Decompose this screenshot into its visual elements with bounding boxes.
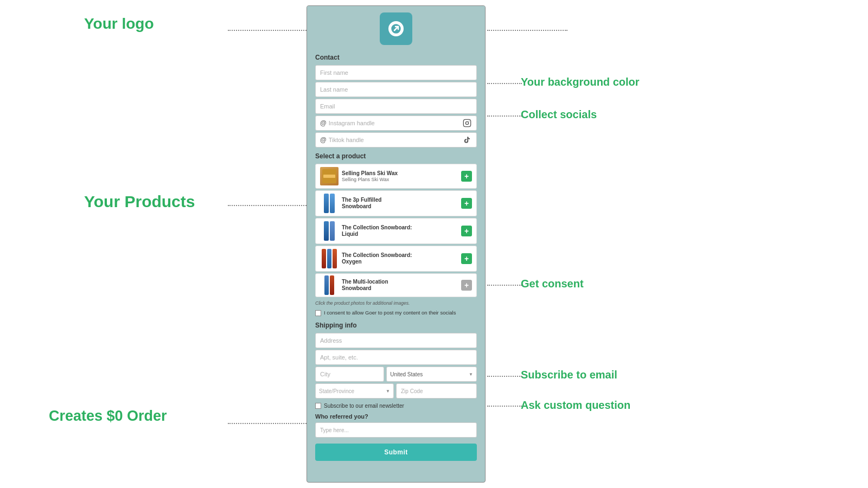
- collect-socials-label: Collect socials: [521, 108, 597, 121]
- product-plus-liquid-snowboard[interactable]: +: [461, 226, 472, 236]
- subscribe-text: Subscribe to our email newsletter: [324, 403, 404, 409]
- contact-section-label: Contact: [307, 50, 485, 63]
- country-arrow-icon: ▼: [469, 372, 473, 377]
- product-name-multi-snowboard-2: Snowboard: [342, 285, 388, 292]
- state-zip-row: State/Province ▼ Zip Code: [315, 383, 477, 399]
- svg-rect-6: [323, 175, 335, 178]
- logo-area: [307, 6, 485, 50]
- logo-icon: [388, 21, 404, 36]
- first-name-placeholder: First name: [320, 69, 348, 76]
- product-name-multi-snowboard: The Multi-location: [342, 279, 388, 285]
- last-name-field[interactable]: Last name: [315, 82, 477, 97]
- products-line-left: [228, 205, 308, 206]
- email-placeholder: Email: [320, 103, 335, 110]
- city-country-row: City United States ▼: [315, 367, 477, 382]
- zip-placeholder: Zip Code: [401, 388, 423, 394]
- city-placeholder: City: [320, 371, 330, 377]
- form-container: Contact First name Last name Email @ Ins…: [307, 5, 486, 483]
- state-select[interactable]: State/Province ▼: [315, 383, 394, 399]
- tiktok-field[interactable]: @ Tiktok handle: [315, 132, 477, 147]
- product-plus-oxygen-snowboard[interactable]: +: [461, 253, 472, 264]
- product-thumb-ski-wax: [320, 167, 339, 185]
- product-item-3p-snowboard[interactable]: The 3p Fulfilled Snowboard +: [315, 190, 477, 216]
- country-value: United States: [390, 371, 423, 377]
- creates-order-line-left: [228, 423, 308, 424]
- product-info-multi-snowboard: The Multi-location Snowboard: [342, 279, 388, 292]
- form-inner: Contact First name Last name Email @ Ins…: [307, 6, 485, 482]
- logo-line-right: [487, 30, 567, 31]
- product-thumb-liquid-snowboard: [320, 221, 339, 241]
- state-arrow-icon: ▼: [386, 389, 390, 394]
- bg-color-line: [487, 83, 522, 84]
- zip-field[interactable]: Zip Code: [396, 383, 477, 399]
- instagram-icon: [462, 118, 472, 128]
- shipping-label: Shipping info: [307, 318, 485, 331]
- product-plus-3p-snowboard[interactable]: +: [461, 198, 472, 209]
- product-left-multi-snowboard: The Multi-location Snowboard: [320, 275, 388, 295]
- at-sign-instagram: @: [320, 119, 327, 127]
- country-select[interactable]: United States ▼: [386, 367, 477, 382]
- your-products-label: Your Products: [84, 192, 195, 211]
- get-consent-line: [487, 285, 522, 286]
- first-name-field[interactable]: First name: [315, 65, 477, 80]
- product-name-3p-snowboard: The 3p Fulfilled: [342, 197, 381, 203]
- email-field[interactable]: Email: [315, 99, 477, 114]
- logo-box: [380, 12, 412, 45]
- product-info-liquid-snowboard: The Collection Snowboard: Liquid: [342, 224, 412, 237]
- get-consent-label: Get consent: [521, 278, 584, 290]
- product-item-ski-wax[interactable]: Selling Plans Ski Wax Selling Plans Ski …: [315, 164, 477, 189]
- type-here-placeholder: Type here...: [320, 427, 349, 433]
- tiktok-left: @ Tiktok handle: [320, 136, 364, 144]
- custom-question-field[interactable]: Type here...: [315, 422, 477, 438]
- ask-custom-line: [487, 406, 522, 407]
- ask-custom-label: Ask custom question: [521, 399, 630, 412]
- product-left-3p-snowboard: The 3p Fulfilled Snowboard: [320, 194, 381, 213]
- product-info-ski-wax: Selling Plans Ski Wax Selling Plans Ski …: [342, 170, 398, 183]
- city-field[interactable]: City: [315, 367, 384, 382]
- product-name-liquid-snowboard: The Collection Snowboard:: [342, 224, 412, 231]
- subscribe-checkbox[interactable]: [315, 403, 321, 409]
- product-item-multi-snowboard[interactable]: The Multi-location Snowboard +: [315, 273, 477, 297]
- custom-question-label: Who referred you?: [307, 411, 485, 421]
- creates-order-label: Creates $0 Order: [49, 408, 167, 425]
- product-name-oxygen-snowboard: The Collection Snowboard:: [342, 252, 412, 259]
- instagram-left: @ Instagram handle: [320, 119, 375, 127]
- select-product-label: Select a product: [307, 149, 485, 162]
- your-logo-label: Your logo: [84, 15, 154, 33]
- product-item-liquid-snowboard[interactable]: The Collection Snowboard: Liquid +: [315, 218, 477, 244]
- product-left-oxygen-snowboard: The Collection Snowboard: Oxygen: [320, 249, 412, 268]
- tiktok-icon: [462, 135, 472, 145]
- submit-button[interactable]: Submit: [315, 444, 477, 461]
- product-left-liquid-snowboard: The Collection Snowboard: Liquid: [320, 221, 412, 241]
- subscribe-row[interactable]: Subscribe to our email newsletter: [307, 400, 485, 411]
- product-item-oxygen-snowboard[interactable]: The Collection Snowboard: Oxygen +: [315, 246, 477, 272]
- background-color-label: Your background color: [521, 76, 640, 88]
- product-plus-multi-snowboard[interactable]: +: [461, 280, 472, 291]
- subscribe-email-line: [487, 376, 522, 377]
- at-sign-tiktok: @: [320, 136, 327, 144]
- product-name-ski-wax: Selling Plans Ski Wax: [342, 170, 398, 177]
- subscribe-email-label: Subscribe to email: [521, 369, 617, 381]
- submit-area: Submit: [307, 439, 485, 465]
- consent-row[interactable]: I consent to allow Goer to post my conte…: [307, 307, 485, 318]
- product-name-3p-snowboard-2: Snowboard: [342, 203, 381, 210]
- last-name-placeholder: Last name: [320, 86, 348, 93]
- instagram-placeholder: Instagram handle: [329, 120, 375, 126]
- consent-checkbox[interactable]: [315, 310, 321, 316]
- apt-field[interactable]: Apt, suite, etc.: [315, 350, 477, 365]
- consent-text: I consent to allow Goer to post my conte…: [324, 310, 456, 316]
- product-info-oxygen-snowboard: The Collection Snowboard: Oxygen: [342, 252, 412, 265]
- tiktok-placeholder: Tiktok handle: [329, 137, 364, 143]
- state-placeholder: State/Province: [319, 388, 354, 394]
- logo-line-left: [228, 30, 308, 31]
- product-thumb-oxygen-snowboard: [320, 249, 339, 268]
- product-plus-ski-wax[interactable]: +: [461, 171, 472, 182]
- click-note: Click the product photos for additional …: [307, 299, 485, 307]
- product-subname-ski-wax: Selling Plans Ski Wax: [342, 177, 398, 183]
- product-left-ski-wax: Selling Plans Ski Wax Selling Plans Ski …: [320, 167, 398, 185]
- instagram-field[interactable]: @ Instagram handle: [315, 115, 477, 131]
- product-thumb-multi-snowboard: [320, 275, 339, 295]
- product-name-oxygen-snowboard-2: Oxygen: [342, 259, 412, 265]
- svg-point-4: [469, 121, 469, 121]
- address-field[interactable]: Address: [315, 333, 477, 348]
